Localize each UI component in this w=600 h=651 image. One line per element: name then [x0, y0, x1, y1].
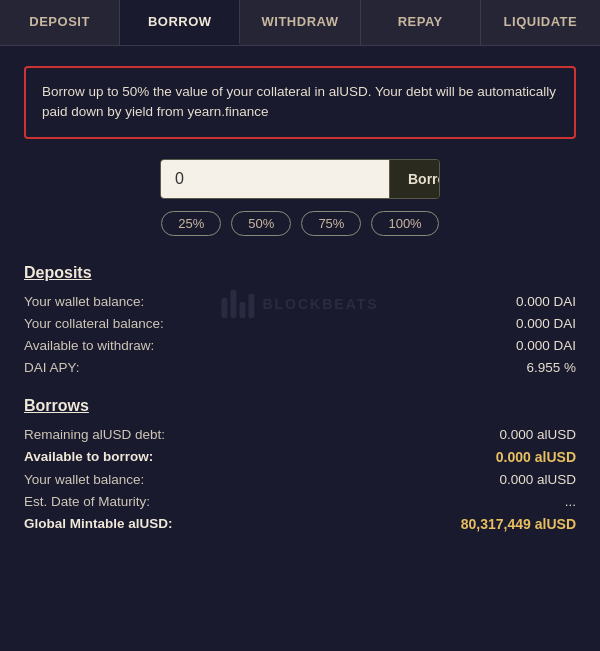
borrow-button[interactable]: Borrow — [389, 160, 440, 198]
borrow-amount-input[interactable] — [161, 160, 389, 198]
borrows-rows: Remaining alUSD debt:0.000 alUSDAvailabl… — [24, 427, 576, 532]
table-row: Your collateral balance:0.000 DAI — [24, 316, 576, 331]
tab-repay[interactable]: REPAY — [361, 0, 481, 45]
info-box: Borrow up to 50% the value of your colla… — [24, 66, 576, 139]
info-text: Borrow up to 50% the value of your colla… — [42, 84, 556, 119]
tab-deposit[interactable]: DEPOSIT — [0, 0, 120, 45]
pct-button-75[interactable]: 75% — [301, 211, 361, 236]
pct-button-100[interactable]: 100% — [371, 211, 438, 236]
table-row: Available to withdraw:0.000 DAI — [24, 338, 576, 353]
row-value: 80,317,449 alUSD — [461, 516, 576, 532]
row-label: Your wallet balance: — [24, 294, 144, 309]
row-label: Available to borrow: — [24, 449, 153, 464]
deposits-section: Deposits Your wallet balance:0.000 DAIYo… — [24, 264, 576, 375]
main-content: Borrow up to 50% the value of your colla… — [0, 46, 600, 574]
row-value: 0.000 alUSD — [496, 449, 576, 465]
row-value: 0.000 DAI — [516, 316, 576, 331]
percentage-buttons-row: 25%50%75%100% — [24, 211, 576, 236]
tab-withdraw[interactable]: WITHDRAW — [240, 0, 360, 45]
row-value: 0.000 DAI — [516, 338, 576, 353]
tab-bar: DEPOSITBORROWWITHDRAWREPAYLIQUIDATE — [0, 0, 600, 46]
deposits-title: Deposits — [24, 264, 576, 282]
table-row: Available to borrow:0.000 alUSD — [24, 449, 576, 465]
row-label: Est. Date of Maturity: — [24, 494, 150, 509]
row-value: 0.000 alUSD — [499, 427, 576, 442]
pct-button-50[interactable]: 50% — [231, 211, 291, 236]
borrows-section: Borrows Remaining alUSD debt:0.000 alUSD… — [24, 397, 576, 532]
row-label: Your collateral balance: — [24, 316, 164, 331]
row-label: Your wallet balance: — [24, 472, 144, 487]
row-label: Remaining alUSD debt: — [24, 427, 165, 442]
table-row: DAI APY:6.955 % — [24, 360, 576, 375]
borrow-input-container: Borrow — [160, 159, 440, 199]
row-label: DAI APY: — [24, 360, 80, 375]
borrow-input-row: Borrow — [24, 159, 576, 199]
tab-liquidate[interactable]: LIQUIDATE — [481, 0, 600, 45]
row-label: Global Mintable alUSD: — [24, 516, 173, 531]
tab-borrow[interactable]: BORROW — [120, 0, 240, 45]
borrows-title: Borrows — [24, 397, 576, 415]
pct-button-25[interactable]: 25% — [161, 211, 221, 236]
table-row: Your wallet balance:0.000 alUSD — [24, 472, 576, 487]
row-value: 0.000 alUSD — [499, 472, 576, 487]
row-value: 0.000 DAI — [516, 294, 576, 309]
table-row: Your wallet balance:0.000 DAI — [24, 294, 576, 309]
table-row: Remaining alUSD debt:0.000 alUSD — [24, 427, 576, 442]
deposits-rows: Your wallet balance:0.000 DAIYour collat… — [24, 294, 576, 375]
row-value: 6.955 % — [526, 360, 576, 375]
row-label: Available to withdraw: — [24, 338, 154, 353]
row-value: ... — [565, 494, 576, 509]
table-row: Est. Date of Maturity:... — [24, 494, 576, 509]
table-row: Global Mintable alUSD:80,317,449 alUSD — [24, 516, 576, 532]
